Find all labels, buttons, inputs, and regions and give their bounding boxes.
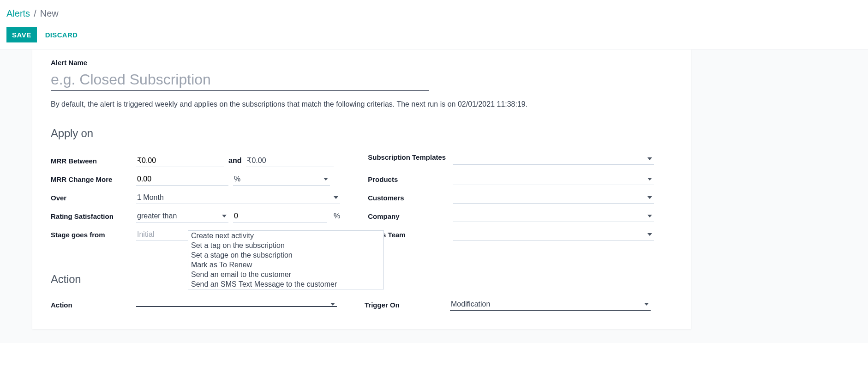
trigger-row: Trigger On Modification <box>365 297 651 313</box>
action-columns: Action Trigger On <box>51 297 678 315</box>
rating-label: Rating Satisfaction <box>51 212 136 220</box>
trigger-select[interactable]: Modification <box>450 299 651 311</box>
dropdown-item[interactable]: Send an SMS Text Message to the customer <box>188 279 383 289</box>
alert-name-label: Alert Name <box>51 59 678 66</box>
apply-right-col: Subscription Templates Products <box>368 153 654 245</box>
trigger-label: Trigger On <box>365 301 450 309</box>
save-button[interactable]: SAVE <box>6 27 37 42</box>
mrr-to-input[interactable]: ₹0.00 <box>247 156 333 165</box>
stage-from-placeholder: Initial <box>137 230 154 239</box>
action-row: Action <box>51 297 337 313</box>
action-right-col: Trigger On Modification <box>365 297 651 315</box>
apply-columns: MRR Between and ₹0.00 MRR Change More <box>51 153 678 245</box>
over-value: 1 Month <box>137 193 164 202</box>
mrr-between-fields: and ₹0.00 <box>136 154 340 167</box>
action-dropdown-menu: Create next activitySet a tag on the sub… <box>188 230 384 289</box>
caret-down-icon <box>323 175 328 183</box>
caret-down-icon <box>647 193 652 202</box>
svg-marker-2 <box>222 215 227 217</box>
over-select[interactable]: 1 Month <box>136 192 340 204</box>
breadcrumb-sep: / <box>34 8 36 19</box>
canvas: Alert Name By default, the alert is trig… <box>0 49 868 343</box>
trigger-value: Modification <box>451 300 490 308</box>
svg-marker-6 <box>647 178 652 180</box>
alert-name-input[interactable] <box>51 69 429 91</box>
svg-marker-9 <box>647 233 652 236</box>
discard-button[interactable]: DISCARD <box>45 31 78 39</box>
subscription-templates-label: Subscription Templates <box>368 153 453 162</box>
rating-fields: greater than % <box>136 210 340 223</box>
breadcrumb: Alerts / New <box>6 8 862 19</box>
rating-value-input[interactable] <box>233 210 327 223</box>
caret-down-icon <box>330 300 335 308</box>
products-label: Products <box>368 175 453 183</box>
customers-select[interactable] <box>453 192 654 204</box>
caret-down-icon <box>644 300 649 308</box>
dropdown-item[interactable]: Mark as To Renew <box>188 260 383 270</box>
rating-percent-suffix: % <box>334 212 340 220</box>
customers-row: Customers <box>368 190 654 205</box>
products-row: Products <box>368 171 654 187</box>
mrr-between-label: MRR Between <box>51 157 136 165</box>
mrr-between-row: MRR Between and ₹0.00 <box>51 153 340 168</box>
action-label: Action <box>51 301 136 309</box>
caret-down-icon <box>647 212 652 220</box>
rating-op-select[interactable]: greater than <box>136 210 228 223</box>
svg-marker-10 <box>330 303 335 306</box>
breadcrumb-current: New <box>40 8 59 19</box>
stage-label: Stage goes from <box>51 231 136 239</box>
info-text: By default, the alert is triggered weekl… <box>51 100 678 108</box>
dropdown-item[interactable]: Set a tag on the subscription <box>188 241 383 250</box>
caret-down-icon <box>647 230 652 239</box>
over-row: Over 1 Month <box>51 190 340 205</box>
company-row: Company <box>368 208 654 224</box>
action-left-col: Action <box>51 297 337 315</box>
over-fields: 1 Month <box>136 192 340 204</box>
svg-marker-8 <box>647 215 652 217</box>
apply-left-col: MRR Between and ₹0.00 MRR Change More <box>51 153 340 245</box>
action-buttons: SAVE DISCARD <box>6 27 862 42</box>
svg-marker-1 <box>334 196 338 199</box>
company-label: Company <box>368 212 453 220</box>
apply-on-title: Apply on <box>51 127 678 140</box>
caret-down-icon <box>647 155 652 163</box>
customers-label: Customers <box>368 194 453 202</box>
mrr-change-unit-select[interactable]: % <box>233 173 330 186</box>
mrr-from-input[interactable] <box>136 155 224 167</box>
mrr-change-unit-value: % <box>234 175 240 183</box>
over-label: Over <box>51 194 136 202</box>
mrr-change-row: MRR Change More % <box>51 171 340 187</box>
svg-marker-0 <box>323 178 328 180</box>
dropdown-item[interactable]: Send an email to the customer <box>188 270 383 279</box>
subscription-templates-row: Subscription Templates <box>368 153 654 168</box>
mrr-change-label: MRR Change More <box>51 175 136 183</box>
company-select[interactable] <box>453 210 654 222</box>
rating-op-value: greater than <box>137 212 177 220</box>
sales-team-select[interactable] <box>453 229 654 241</box>
breadcrumb-alerts-link[interactable]: Alerts <box>6 8 30 19</box>
mrr-change-input[interactable] <box>136 173 228 186</box>
mrr-change-fields: % <box>136 173 340 186</box>
header: Alerts / New SAVE DISCARD <box>0 0 868 49</box>
caret-down-icon <box>647 175 652 183</box>
products-select[interactable] <box>453 173 654 185</box>
dropdown-item[interactable]: Set a stage on the subscription <box>188 250 383 260</box>
caret-down-icon <box>334 193 338 202</box>
subscription-templates-select[interactable] <box>453 153 654 165</box>
dropdown-item[interactable]: Create next activity <box>188 231 383 241</box>
action-select[interactable] <box>136 302 337 307</box>
mrr-and-text: and <box>228 156 241 165</box>
svg-marker-7 <box>647 196 652 199</box>
sales-team-row: Sales Team <box>368 227 654 242</box>
form-sheet: Alert Name By default, the alert is trig… <box>32 49 691 329</box>
svg-marker-5 <box>647 157 652 160</box>
rating-row: Rating Satisfaction greater than % <box>51 208 340 224</box>
caret-down-icon <box>222 212 227 220</box>
svg-marker-11 <box>644 303 649 306</box>
